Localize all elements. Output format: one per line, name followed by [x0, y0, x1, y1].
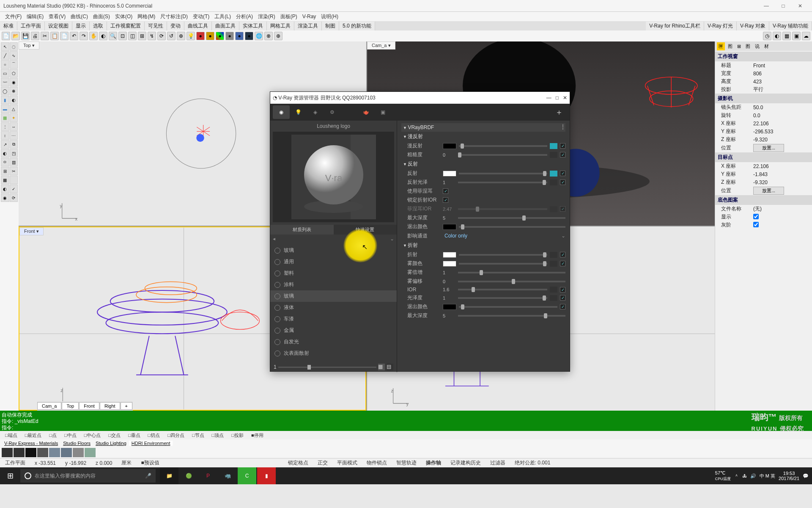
mat-item-1[interactable]: 通用: [270, 256, 397, 268]
app-chrome-icon[interactable]: 🟢: [179, 467, 198, 484]
cb-reflect[interactable]: ✓: [560, 171, 565, 176]
cb-fog[interactable]: ✓: [560, 261, 565, 266]
app-other-icon[interactable]: ▮: [257, 467, 276, 484]
val-fogm[interactable]: 1: [443, 270, 455, 275]
menu-edit[interactable]: 编辑(E): [24, 13, 46, 20]
tool-tb23-icon[interactable]: ●: [225, 32, 234, 40]
snap-near[interactable]: □最近点: [22, 432, 45, 439]
tex-rgloss-icon[interactable]: [550, 179, 557, 185]
tray-temp[interactable]: 57℃CPU温度: [715, 470, 731, 482]
tool-tb16-icon[interactable]: ⟳: [157, 32, 166, 40]
tool-tb24-icon[interactable]: ●: [235, 32, 244, 40]
lt-arc-icon[interactable]: ⌒: [10, 60, 18, 69]
menu-vray[interactable]: V-Ray: [300, 14, 319, 19]
val-ty[interactable]: -1.843: [753, 171, 812, 177]
maximize-button[interactable]: □: [775, 1, 792, 11]
cb-refract[interactable]: ✓: [560, 252, 565, 257]
val-rgloss[interactable]: 1: [443, 180, 455, 185]
slider-diffuse[interactable]: [459, 145, 547, 147]
lt-ellipse-icon[interactable]: ◯: [1, 87, 9, 95]
thumb-4[interactable]: [49, 448, 60, 457]
val-gloss[interactable]: 1: [443, 295, 455, 301]
snap-int[interactable]: □交点: [105, 432, 124, 439]
app-explorer-icon[interactable]: 📁: [160, 467, 178, 484]
lt-rot-icon[interactable]: ◐: [1, 149, 9, 157]
tab-vray-objects[interactable]: V-Ray 对象: [737, 22, 769, 30]
vray-add-button[interactable]: ＋: [551, 107, 567, 117]
val-proj[interactable]: 平行: [753, 86, 812, 93]
lt-17b-icon[interactable]: ✓: [10, 185, 18, 193]
thumb-5[interactable]: [61, 448, 72, 457]
sec-diffuse[interactable]: 漫反射: [401, 132, 565, 141]
tex-reflect-icon[interactable]: [550, 171, 557, 177]
stat-filter[interactable]: 过滤器: [487, 459, 509, 467]
btn-place-target[interactable]: 放置...: [753, 187, 784, 195]
val-rot[interactable]: 0.0: [753, 113, 812, 119]
vtab-front[interactable]: Front: [79, 402, 99, 410]
btn-place-cam[interactable]: 放置...: [753, 144, 784, 152]
tool-rotate-icon[interactable]: ◐: [99, 32, 107, 40]
lt-mesh-icon[interactable]: ▦: [1, 113, 9, 122]
tray-clock[interactable]: 19:532017/6/21: [779, 471, 799, 481]
val-title[interactable]: Front: [753, 63, 812, 69]
list-collapse-toggle-icon[interactable]: ⌄: [390, 236, 394, 242]
menu-view[interactable]: 查看(V): [46, 13, 68, 20]
lt-17a-icon[interactable]: ◐: [1, 185, 9, 193]
tab-meshtools[interactable]: 网格工具: [267, 22, 294, 30]
vtab-cam[interactable]: Cam_a: [37, 402, 61, 410]
tool-tb22-icon[interactable]: ●: [216, 32, 224, 40]
vray-close-icon[interactable]: ✕: [563, 95, 567, 101]
tab-select[interactable]: 选取: [90, 22, 107, 30]
tool-4view-icon[interactable]: ⊞: [138, 32, 146, 40]
vtab-top[interactable]: Top: [62, 402, 79, 410]
viewport-top-label[interactable]: Top ▾: [19, 41, 39, 50]
start-button[interactable]: ⊞: [0, 467, 20, 484]
tool-tb27-icon[interactable]: ⊗: [264, 32, 273, 40]
cb-rgloss[interactable]: ✓: [560, 179, 565, 185]
lt-copy-icon[interactable]: ⧉: [10, 140, 18, 149]
val-ior[interactable]: 1.6: [443, 287, 455, 292]
slider-rgloss[interactable]: [458, 182, 547, 183]
mat-item-4[interactable]: 玻璃: [270, 290, 397, 302]
tool-new-icon[interactable]: 📄: [2, 32, 10, 40]
lt-18b-icon[interactable]: ⟳: [10, 193, 18, 202]
vtab-right[interactable]: Right: [100, 402, 120, 410]
swatch-exit2[interactable]: [443, 304, 456, 310]
lt-box-icon[interactable]: ▮: [1, 96, 9, 104]
tab-display[interactable]: 显示: [72, 22, 90, 30]
stat-layer[interactable]: ■预设值: [137, 459, 162, 467]
stat-history[interactable]: 记录建构历史: [447, 459, 484, 467]
tab-setview[interactable]: 设定视图: [45, 22, 72, 30]
val-maxd[interactable]: 5: [443, 215, 455, 221]
ptab-2[interactable]: ⊞: [735, 43, 743, 50]
sec-refract[interactable]: 折射: [401, 240, 565, 250]
tray-net-icon[interactable]: 🖧: [742, 473, 747, 478]
snap-tan[interactable]: □切点: [145, 432, 164, 439]
viewport-cam-label[interactable]: Cam_a ▾: [367, 41, 395, 50]
list-collapse-left-icon[interactable]: ◂: [273, 236, 275, 242]
tab-transform[interactable]: 变动: [167, 22, 184, 30]
stat-gumball[interactable]: 操作轴: [422, 459, 444, 467]
vray-tb3-icon[interactable]: ▦: [782, 32, 791, 40]
menu-mesh[interactable]: 网格(M): [135, 13, 158, 20]
snap-quad[interactable]: □四分点: [164, 432, 188, 439]
slider-gloss[interactable]: [458, 297, 547, 299]
lt-trim-icon[interactable]: ✂: [10, 167, 18, 175]
lt-grid-icon[interactable]: ▦: [1, 176, 9, 184]
lt-pts-icon[interactable]: ⋮: [1, 122, 9, 131]
cb-diffuse[interactable]: ✓: [560, 143, 565, 149]
lt-text-icon[interactable]: ⋯: [10, 131, 18, 140]
slider-reflect[interactable]: [459, 173, 547, 174]
mat-item-8[interactable]: 自发光: [270, 336, 397, 348]
slider-fogb[interactable]: [458, 281, 565, 282]
tool-zoom-icon[interactable]: 🔍: [109, 32, 117, 40]
tool-tb15-icon[interactable]: ↯: [148, 32, 156, 40]
val-fogb[interactable]: 0: [443, 279, 455, 284]
lt-curve-icon[interactable]: 〰: [1, 78, 9, 86]
mat-item-6[interactable]: 车漆: [270, 313, 397, 325]
val-maxd2[interactable]: 5: [443, 313, 455, 318]
vray-tb1-icon[interactable]: ◷: [763, 32, 771, 40]
lt-line-icon[interactable]: ╱: [1, 51, 9, 60]
thumb-2[interactable]: [25, 448, 36, 457]
ptab-0[interactable]: 匣: [717, 42, 725, 50]
